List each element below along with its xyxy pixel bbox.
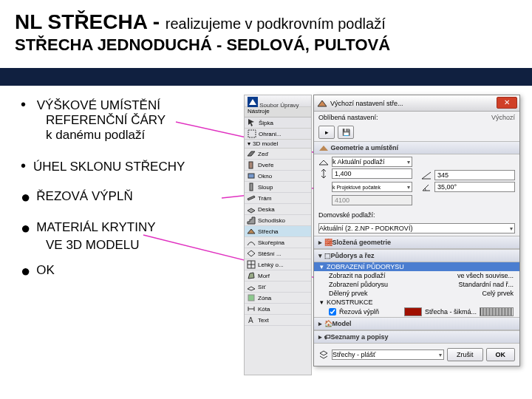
marquee-icon: [248, 129, 256, 138]
tool-window[interactable]: Okno: [245, 171, 311, 182]
origin-combo[interactable]: k Projektové počatek: [332, 182, 412, 192]
fill-checkbox[interactable]: [329, 308, 336, 316]
toolbox-section[interactable]: Ohrani...: [245, 129, 311, 140]
tool-column[interactable]: Sloup: [245, 182, 311, 193]
panel-plan[interactable]: ▾ ⬚ Půdorys a řez: [314, 249, 519, 262]
slope-icon: [421, 170, 432, 180]
field-value: 35,00°: [437, 183, 457, 191]
home-floor-combo[interactable]: Aktuální (2. 2.NP - PODKROVÍ): [318, 223, 515, 233]
tool-beam[interactable]: Trám: [245, 193, 311, 204]
panel-geometry[interactable]: Geometrie a umístění: [314, 141, 519, 154]
tool-label: Skořepina: [258, 239, 284, 246]
tool-stair[interactable]: Schodisko: [245, 215, 311, 226]
text-icon: A: [247, 316, 256, 324]
tool-label: Trám: [258, 195, 271, 202]
tool-cw[interactable]: Lehký o...: [245, 259, 311, 270]
tree-value: ve všech souvise...: [457, 272, 514, 279]
origin-value: 4100: [332, 195, 412, 205]
title-sub: realizujeme v podkrovním podlaží: [166, 16, 386, 32]
roof-icon: [247, 227, 256, 236]
svg-rect-11: [248, 295, 254, 301]
tool-zone[interactable]: Zóna: [245, 293, 311, 304]
title-line2: STŘECHA JEDNODUCHÁ - SEDLOVÁ, PULTOVÁ: [15, 35, 517, 55]
tree-label: ZOBRAZENÍ PŮDORYSU: [327, 263, 404, 270]
cancel-button[interactable]: Zrušit: [447, 348, 483, 361]
stair-icon: [247, 216, 256, 225]
panel-composite[interactable]: ▸ 🧱 Složená geometrie: [314, 236, 519, 249]
tree-plan-mode[interactable]: Zobrazení půdorysuStandardní nad ř...: [314, 280, 519, 289]
ref-floor-combo[interactable]: k Aktuální podlaží: [332, 157, 412, 167]
ref-height-input[interactable]: 1,400: [332, 168, 412, 179]
dialog-titlebar[interactable]: Výchozí nastavení stře... ✕: [314, 95, 519, 112]
tool-slab[interactable]: Deska: [245, 204, 311, 215]
height-icon: [318, 168, 329, 179]
bullet-text: OK: [36, 263, 55, 277]
cw-icon: [247, 260, 256, 269]
layer-combo[interactable]: Střechy - plášť: [332, 349, 444, 360]
roof-settings-dialog: Výchozí nastavení stře... ✕ Oblíbená nas…: [313, 95, 520, 366]
panel-tags[interactable]: ▸ 🏷 Seznamy a popisy: [314, 330, 519, 344]
tool-roof[interactable]: Střecha: [245, 226, 311, 237]
beam-icon: [247, 194, 256, 202]
tool-label: Síť: [258, 284, 266, 290]
tool-label: Deska: [258, 206, 275, 213]
panel-label: Seznamy a popisy: [331, 333, 389, 341]
tool-label: Dveře: [258, 162, 273, 168]
wall-icon: [247, 149, 256, 158]
menu-item[interactable]: Úpravy: [280, 102, 299, 109]
tool-purlin[interactable]: Stěšní ...: [245, 248, 311, 259]
tool-label: Sloup: [258, 184, 273, 191]
ok-button[interactable]: OK: [486, 348, 516, 361]
tool-label: Lehký o...: [258, 262, 284, 268]
tool-shell[interactable]: Skořepina: [245, 237, 311, 248]
fav-save-button[interactable]: 💾: [338, 126, 354, 139]
toolbox-section-3d[interactable]: ▾ 3D model: [245, 140, 311, 149]
zone-icon: [247, 293, 256, 302]
svg-rect-4: [248, 130, 256, 137]
tool-dim[interactable]: Kóta: [245, 304, 311, 315]
svg-rect-6: [248, 174, 254, 178]
field-value: 1,400: [335, 170, 352, 177]
fill-color-swatch[interactable]: [404, 307, 422, 316]
tool-text[interactable]: AText: [245, 315, 311, 326]
tool-label: Zeď: [258, 151, 268, 157]
panel-label: Model: [332, 320, 352, 327]
tool-label: Text: [258, 317, 269, 324]
tree-plan-display[interactable]: ▾ZOBRAZENÍ PŮDORYSU: [314, 262, 519, 271]
layer-icon: [318, 349, 329, 360]
bullet-text: MATERIÁL KRYTINY: [36, 220, 155, 234]
tree-fill[interactable]: Řezová výplň Střecha - šikmá...: [314, 307, 519, 317]
tree-label: Řezová výplň: [339, 308, 401, 316]
title-main: NL STŘECHA -: [15, 10, 166, 33]
tree-show-floor[interactable]: Zobrazit na podlažíve všech souvise...: [314, 271, 519, 280]
column-icon: [247, 183, 256, 191]
combo-value: k Projektové počatek: [332, 185, 381, 190]
tool-wall[interactable]: Zeď: [245, 149, 311, 160]
tree-label: Zobrazení půdorysu: [329, 281, 455, 288]
roof-icon: [318, 143, 329, 153]
field-value: 345: [437, 171, 449, 179]
tree-cut[interactable]: Dělený prvekCelý prvek: [314, 289, 519, 298]
fill-hatch-swatch[interactable]: [480, 307, 514, 316]
default-label: Výchozí: [491, 114, 515, 121]
favorites-label: Oblíbená nastavení:: [318, 114, 378, 121]
tool-mesh[interactable]: Síť: [245, 282, 311, 293]
dim-icon: [247, 304, 256, 313]
tool-label: Ohrani...: [259, 131, 282, 137]
tree-construction[interactable]: ▾KONSTRUKCE: [314, 298, 519, 307]
tool-morph[interactable]: Morf: [245, 270, 311, 282]
menubar[interactable]: Soubor Úpravy: [245, 95, 311, 107]
angle-input[interactable]: 35,00°: [434, 182, 515, 192]
svg-rect-5: [249, 162, 253, 168]
close-button[interactable]: ✕: [497, 97, 517, 109]
combo-value: k Aktuální podlaží: [332, 158, 385, 166]
thickness-input[interactable]: 345: [434, 170, 515, 180]
tree-value: Celý prvek: [482, 290, 514, 297]
field-value: 4100: [335, 197, 349, 204]
tool-door[interactable]: Dveře: [245, 160, 311, 171]
panel-model[interactable]: ▸ 🏠 Model: [314, 317, 519, 330]
toolbox-section[interactable]: Šipka: [245, 117, 311, 129]
window-icon: [247, 171, 256, 180]
fav-apply-button[interactable]: ▸: [318, 126, 335, 139]
bullet-text: VÝŠKOVÉ UMÍSTĚNÍ: [37, 98, 160, 112]
